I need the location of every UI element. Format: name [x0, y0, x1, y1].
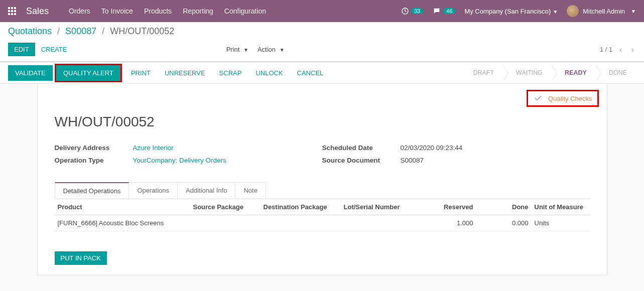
- cancel-button[interactable]: CANCEL: [290, 65, 331, 81]
- svg-rect-8: [14, 13, 16, 15]
- messages-count: 46: [443, 8, 455, 14]
- delivery-address-label: Delivery Address: [55, 144, 133, 152]
- operation-type-value[interactable]: YourCompany: Delivery Orders: [133, 157, 226, 164]
- action-dropdown[interactable]: Action ▼: [257, 46, 285, 53]
- scheduled-date-value: 02/03/2020 09:23:44: [401, 144, 463, 152]
- stage-ready[interactable]: READY: [552, 65, 596, 80]
- svg-rect-4: [11, 10, 13, 12]
- svg-rect-1: [11, 7, 13, 9]
- put-in-pack-button[interactable]: PUT IN PACK: [55, 251, 107, 265]
- action-buttons: VALIDATE QUALITY ALERT PRINT UNRESERVE S…: [8, 64, 330, 82]
- quality-alert-highlight: QUALITY ALERT: [55, 64, 122, 82]
- col-source-package[interactable]: Source Package: [190, 199, 261, 215]
- svg-rect-6: [8, 13, 10, 15]
- stage-done[interactable]: DONE: [596, 65, 636, 80]
- main-menu: Orders To Invoice Products Reporting Con…: [69, 7, 266, 15]
- menu-reporting[interactable]: Reporting: [183, 7, 213, 15]
- cell-lot: [341, 215, 421, 231]
- avatar: [567, 5, 579, 17]
- check-icon: [533, 94, 543, 102]
- activities-button[interactable]: 33: [401, 7, 423, 15]
- activities-count: 33: [411, 8, 423, 14]
- delivery-address-value[interactable]: Azure Interior: [133, 144, 174, 152]
- caret-down-icon: ▼: [553, 9, 558, 15]
- col-destination-package[interactable]: Destination Package: [261, 199, 341, 215]
- breadcrumb: Quotations / S00087 / WH/OUT/00052: [8, 26, 636, 37]
- menu-to-invoice[interactable]: To Invoice: [101, 7, 133, 15]
- menu-products[interactable]: Products: [144, 7, 172, 15]
- user-menu[interactable]: Mitchell Admin▼: [567, 5, 636, 17]
- pager-text: 1 / 1: [600, 46, 612, 53]
- svg-rect-3: [8, 10, 10, 12]
- menu-configuration[interactable]: Configuration: [224, 7, 266, 15]
- form-sheet: Quality Checks WH/OUT/00052 Delivery Add…: [37, 84, 607, 275]
- breadcrumb-quotations[interactable]: Quotations: [8, 26, 52, 36]
- status-stages: DRAFT WAITING READY DONE: [460, 65, 636, 80]
- svg-rect-0: [8, 7, 10, 9]
- col-lot[interactable]: Lot/Serial Number: [341, 199, 421, 215]
- tab-note[interactable]: Note: [235, 182, 266, 199]
- chat-icon: [432, 7, 441, 15]
- unlock-button[interactable]: UNLOCK: [248, 65, 290, 81]
- quality-alert-button[interactable]: QUALITY ALERT: [56, 65, 120, 81]
- pager-next[interactable]: ›: [629, 45, 636, 54]
- pager-prev[interactable]: ‹: [617, 45, 624, 54]
- stage-draft[interactable]: DRAFT: [460, 65, 503, 80]
- svg-rect-2: [14, 7, 16, 9]
- user-name: Mitchell Admin: [583, 8, 625, 15]
- messages-button[interactable]: 46: [432, 7, 455, 15]
- cell-source-package: [190, 215, 261, 231]
- operation-type-label: Operation Type: [55, 157, 133, 164]
- pager: 1 / 1 ‹ ›: [600, 45, 636, 54]
- validate-button[interactable]: VALIDATE: [8, 65, 53, 81]
- record-title: WH/OUT/00052: [55, 114, 607, 130]
- cell-uom: Units: [532, 215, 590, 231]
- print-action-button[interactable]: PRINT: [124, 65, 158, 81]
- source-document-label: Source Document: [322, 157, 401, 164]
- app-brand[interactable]: Sales: [26, 6, 49, 17]
- col-product[interactable]: Product: [55, 199, 190, 215]
- source-document-value: S00087: [401, 157, 424, 164]
- breadcrumb-current: WH/OUT/00052: [110, 26, 174, 36]
- topbar-right: 33 46 My Company (San Francisco)▼ Mitche…: [401, 5, 636, 17]
- cell-done: 0.000: [476, 215, 532, 231]
- stage-waiting[interactable]: WAITING: [503, 65, 552, 80]
- menu-orders[interactable]: Orders: [69, 7, 90, 15]
- caret-down-icon: ▼: [631, 9, 636, 14]
- tab-detailed-operations[interactable]: Detailed Operations: [55, 182, 130, 199]
- cell-destination-package: [261, 215, 341, 231]
- col-reserved[interactable]: Reserved: [421, 199, 476, 215]
- scheduled-date-label: Scheduled Date: [322, 144, 401, 152]
- caret-down-icon: ▼: [243, 47, 248, 53]
- col-done[interactable]: Done: [476, 199, 532, 215]
- company-switcher[interactable]: My Company (San Francisco)▼: [464, 8, 558, 15]
- clock-icon: [401, 7, 409, 15]
- unreserve-button[interactable]: UNRESERVE: [158, 65, 212, 81]
- table-row[interactable]: [FURN_6666] Acoustic Bloc Screens 1.000 …: [55, 215, 590, 231]
- caret-down-icon: ▼: [280, 47, 285, 53]
- create-button[interactable]: CREATE: [35, 43, 73, 56]
- apps-icon[interactable]: [8, 7, 16, 15]
- status-bar: VALIDATE QUALITY ALERT PRINT UNRESERVE S…: [0, 62, 644, 84]
- print-dropdown[interactable]: Print ▼: [226, 46, 248, 53]
- company-name: My Company (San Francisco): [464, 8, 551, 15]
- quality-checks-button[interactable]: Quality Checks: [527, 90, 598, 107]
- top-navbar: Sales Orders To Invoice Products Reporti…: [0, 0, 644, 22]
- svg-rect-5: [14, 10, 16, 12]
- svg-rect-7: [11, 13, 13, 15]
- operations-table: Product Source Package Destination Packa…: [55, 199, 590, 231]
- cell-product: [FURN_6666] Acoustic Bloc Screens: [55, 215, 190, 231]
- cell-reserved: 1.000: [421, 215, 476, 231]
- col-uom[interactable]: Unit of Measure: [532, 199, 590, 215]
- tab-operations[interactable]: Operations: [128, 182, 178, 199]
- edit-button[interactable]: EDIT: [8, 43, 35, 56]
- quality-checks-label: Quality Checks: [548, 95, 592, 102]
- tab-additional-info[interactable]: Additional Info: [177, 182, 235, 199]
- breadcrumb-order[interactable]: S00087: [65, 26, 96, 36]
- control-panel: Quotations / S00087 / WH/OUT/00052 EDIT …: [0, 22, 644, 62]
- scrap-button[interactable]: SCRAP: [212, 65, 249, 81]
- tabs: Detailed Operations Operations Additiona…: [55, 182, 590, 199]
